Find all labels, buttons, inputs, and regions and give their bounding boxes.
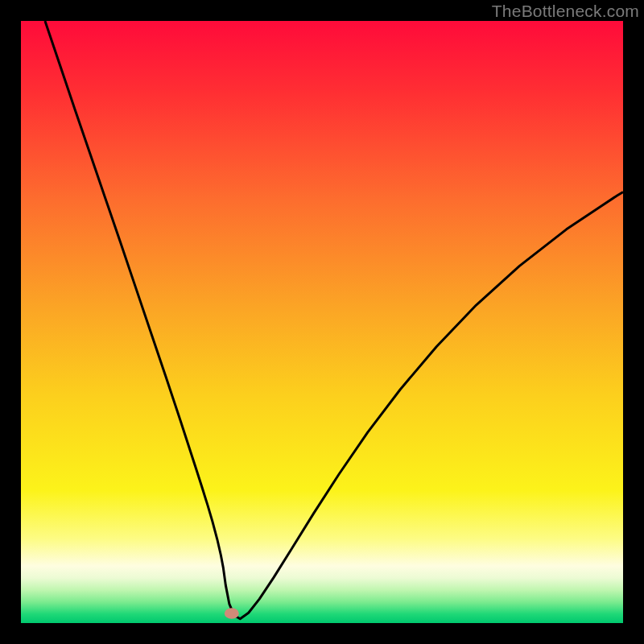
gradient-background — [21, 21, 623, 623]
optimal-point-marker — [225, 608, 239, 618]
bottleneck-chart — [21, 21, 623, 623]
watermark-label: TheBottleneck.com — [492, 2, 639, 21]
chart-frame — [21, 21, 623, 623]
